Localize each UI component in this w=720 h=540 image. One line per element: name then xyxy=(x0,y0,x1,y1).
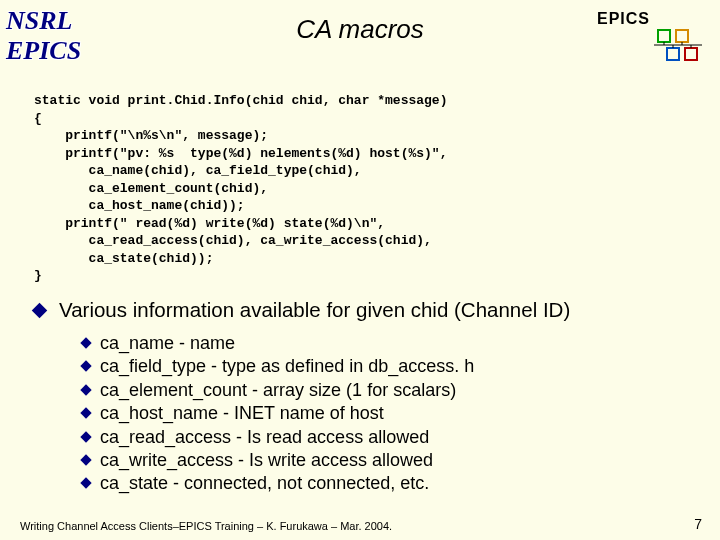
bullet-diamond-icon xyxy=(80,361,91,372)
bullet-diamond-icon xyxy=(80,454,91,465)
list-item-text: ca_element_count - array size (1 for sca… xyxy=(100,379,456,402)
page-number: 7 xyxy=(694,516,702,532)
list-item: ca_element_count - array size (1 for sca… xyxy=(82,379,474,402)
list-item-text: ca_write_access - Is write access allowe… xyxy=(100,449,433,472)
epics-logo-icon xyxy=(654,28,706,68)
list-item: ca_write_access - Is write access allowe… xyxy=(82,449,474,472)
svg-rect-1 xyxy=(676,30,688,42)
list-item-text: ca_read_access - Is read access allowed xyxy=(100,426,429,449)
epics-text-label: EPICS xyxy=(597,10,650,28)
list-item: ca_host_name - INET name of host xyxy=(82,402,474,425)
list-item: ca_read_access - Is read access allowed xyxy=(82,426,474,449)
list-item-text: ca_host_name - INET name of host xyxy=(100,402,384,425)
svg-rect-3 xyxy=(685,48,697,60)
svg-rect-2 xyxy=(667,48,679,60)
bullet-diamond-icon xyxy=(32,303,48,319)
svg-rect-0 xyxy=(658,30,670,42)
bullet-diamond-icon xyxy=(80,478,91,489)
list-item-text: ca_field_type - type as defined in db_ac… xyxy=(100,355,474,378)
bullet-diamond-icon xyxy=(80,384,91,395)
sub-bullet-list: ca_name - name ca_field_type - type as d… xyxy=(82,332,474,496)
code-block: static void print.Chid.Info(chid chid, c… xyxy=(34,92,447,285)
bullet-diamond-icon xyxy=(80,431,91,442)
bullet-diamond-icon xyxy=(80,337,91,348)
main-bullet: Various information available for given … xyxy=(34,298,570,322)
list-item: ca_state - connected, not connected, etc… xyxy=(82,472,474,495)
footer-text: Writing Channel Access Clients–EPICS Tra… xyxy=(20,520,392,532)
list-item: ca_name - name xyxy=(82,332,474,355)
list-item-text: ca_name - name xyxy=(100,332,235,355)
bullet-diamond-icon xyxy=(80,408,91,419)
main-bullet-text: Various information available for given … xyxy=(59,298,570,322)
list-item: ca_field_type - type as defined in db_ac… xyxy=(82,355,474,378)
list-item-text: ca_state - connected, not connected, etc… xyxy=(100,472,429,495)
